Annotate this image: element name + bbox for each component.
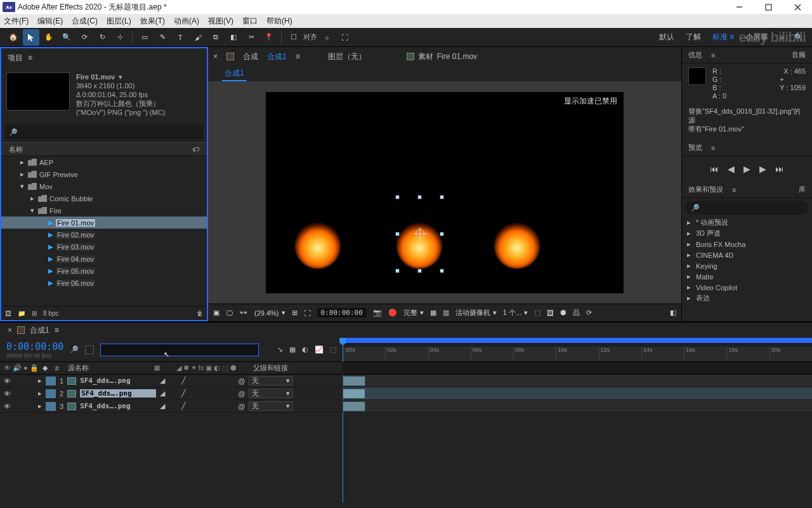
- draft3d-icon[interactable]: ⬚: [330, 345, 336, 354]
- handle-icon[interactable]: [440, 232, 444, 236]
- info-tab[interactable]: 信息: [688, 50, 702, 60]
- close-button[interactable]: [783, 0, 812, 14]
- twist-icon[interactable]: ▸: [687, 294, 692, 302]
- twist-icon[interactable]: ▸: [38, 402, 42, 410]
- minimize-button[interactable]: [724, 0, 754, 14]
- snap-toggle-icon[interactable]: ☐: [285, 29, 302, 46]
- ws-standard[interactable]: 标准 ≡: [707, 32, 739, 43]
- sw-icon[interactable]: ◢: [176, 364, 181, 372]
- twist-icon[interactable]: ▸: [19, 158, 25, 166]
- motion-blur-icon[interactable]: ◐: [302, 345, 308, 354]
- parent-col[interactable]: 父级和链接: [253, 363, 288, 373]
- new-comp-icon[interactable]: ⊞: [32, 310, 37, 317]
- panel-menu-icon[interactable]: ≡: [296, 52, 300, 61]
- handle-icon[interactable]: [417, 195, 422, 199]
- switch-icon[interactable]: ◢: [160, 377, 165, 385]
- pen-tool-icon[interactable]: ✎: [154, 29, 171, 46]
- twist-icon[interactable]: ▸: [38, 389, 42, 398]
- menu-window[interactable]: 窗口: [242, 16, 258, 27]
- panel-menu-icon[interactable]: ≡: [28, 53, 32, 62]
- orbit-tool-icon[interactable]: ⟳: [76, 29, 93, 46]
- layer-none-tab[interactable]: 图层（无）: [328, 51, 366, 62]
- home-icon[interactable]: 🏠: [5, 29, 22, 46]
- pickwhip-icon[interactable]: @: [238, 403, 245, 410]
- layer-clip[interactable]: [343, 401, 365, 411]
- folder-row[interactable]: ▾Fire: [1, 204, 207, 217]
- twist-icon[interactable]: ▸: [38, 377, 42, 385]
- panel-menu-icon[interactable]: ≡: [711, 51, 715, 59]
- lock-col-icon[interactable]: 🔒: [30, 364, 39, 372]
- eye-icon[interactable]: 👁: [4, 390, 11, 398]
- effect-category[interactable]: ▸Boris FX Mocha: [682, 239, 812, 250]
- switch-icon[interactable]: ◢: [160, 389, 165, 398]
- pickwhip-icon[interactable]: @: [238, 390, 245, 398]
- timeline-comp-name[interactable]: 合成1: [30, 325, 49, 336]
- panel-menu-icon[interactable]: ≡: [55, 326, 59, 335]
- vb-icon[interactable]: ⬚: [534, 309, 540, 317]
- layer-row[interactable]: 👁▸3SF4_dds….png◢╱@无▾: [0, 400, 812, 413]
- ruler[interactable]: :00s02s04s06s08s10s12s14s16s18s20s: [343, 338, 812, 361]
- anchor-icon[interactable]: [416, 229, 424, 238]
- effect-category[interactable]: ▸CINEMA 4D: [682, 250, 812, 260]
- res-icon[interactable]: ⊞: [292, 309, 298, 317]
- library-tab[interactable]: 库: [799, 185, 806, 194]
- interpret-icon[interactable]: 🖾: [5, 310, 11, 317]
- twist-icon[interactable]: ▸: [687, 218, 692, 227]
- twist-icon[interactable]: ▸: [687, 240, 692, 248]
- vb-icon[interactable]: 🖼: [547, 309, 554, 317]
- twist-icon[interactable]: ▸: [687, 272, 692, 281]
- viewer[interactable]: 显示加速已禁用: [208, 81, 681, 304]
- color-label[interactable]: [46, 377, 56, 385]
- views-dropdown[interactable]: 1 个... ▾: [503, 308, 528, 318]
- parent-dropdown[interactable]: 无▾: [249, 389, 293, 398]
- parent-dropdown[interactable]: 无▾: [249, 376, 293, 385]
- file-row[interactable]: ▶Fire 05.mov: [1, 265, 207, 277]
- comp-active-name[interactable]: 合成1: [267, 51, 287, 62]
- roi-icon[interactable]: ⛶: [304, 309, 311, 317]
- file-row[interactable]: ▶Fire 04.mov: [1, 253, 207, 265]
- menu-comp[interactable]: 合成(C): [72, 16, 98, 27]
- col-name[interactable]: 名称: [9, 145, 23, 154]
- brush-tool-icon[interactable]: 🖌: [190, 29, 206, 46]
- close-tab-icon[interactable]: ×: [213, 52, 218, 61]
- display-icon[interactable]: 🖵: [226, 309, 233, 317]
- mask-icon[interactable]: 👓: [239, 309, 248, 317]
- last-frame-icon[interactable]: ⏭: [775, 164, 784, 174]
- switch-icon[interactable]: ╱: [181, 389, 186, 398]
- text-tool-icon[interactable]: T: [172, 29, 188, 46]
- exposure-icon[interactable]: ◧: [670, 309, 676, 317]
- menu-effect[interactable]: 效果(T): [140, 16, 165, 27]
- folder-row[interactable]: ▸AEP: [1, 156, 207, 168]
- tag-icon[interactable]: 🏷: [192, 145, 199, 153]
- switch-icon[interactable]: ╱: [181, 402, 186, 410]
- twist-icon[interactable]: ▾: [29, 206, 36, 215]
- color-label[interactable]: [46, 389, 56, 398]
- play-icon[interactable]: ▶: [743, 164, 750, 174]
- eye-col-icon[interactable]: 👁: [4, 364, 11, 372]
- file-row[interactable]: ▶Fire 02.mov: [1, 229, 207, 241]
- graph-icon[interactable]: 📈: [315, 345, 324, 354]
- next-frame-icon[interactable]: ▶: [759, 164, 766, 174]
- switch-icon[interactable]: ◢: [160, 402, 165, 410]
- bpc-toggle[interactable]: 8 bpc: [43, 310, 58, 317]
- grid-icon[interactable]: ▦: [430, 309, 436, 317]
- zoom-tool-icon[interactable]: 🔍: [58, 29, 75, 46]
- filter-icon[interactable]: [85, 345, 94, 354]
- camera-dropdown[interactable]: 活动摄像机 ▾: [455, 308, 497, 318]
- vb-icon[interactable]: 品: [573, 308, 580, 318]
- twist-icon[interactable]: ▸: [687, 283, 692, 291]
- maximize-button[interactable]: [754, 0, 783, 14]
- handle-icon[interactable]: [395, 269, 400, 273]
- prev-frame-icon[interactable]: ◀: [728, 164, 735, 174]
- timeline-search-input[interactable]: [100, 344, 259, 356]
- canvas[interactable]: 显示加速已禁用: [266, 92, 624, 293]
- handle-icon[interactable]: [440, 195, 444, 199]
- twist-icon[interactable]: ▸: [29, 194, 36, 203]
- dropdown-icon[interactable]: ▾: [119, 72, 122, 81]
- frame-blend-icon[interactable]: ▦: [289, 345, 296, 354]
- file-row[interactable]: ▶Fire 06.mov: [1, 277, 207, 289]
- twist-icon[interactable]: ▸: [687, 262, 692, 270]
- trash-icon[interactable]: 🗑: [197, 310, 203, 317]
- channel-icon[interactable]: 🔴: [388, 309, 397, 317]
- effect-category[interactable]: ▸3D 声道: [682, 228, 812, 239]
